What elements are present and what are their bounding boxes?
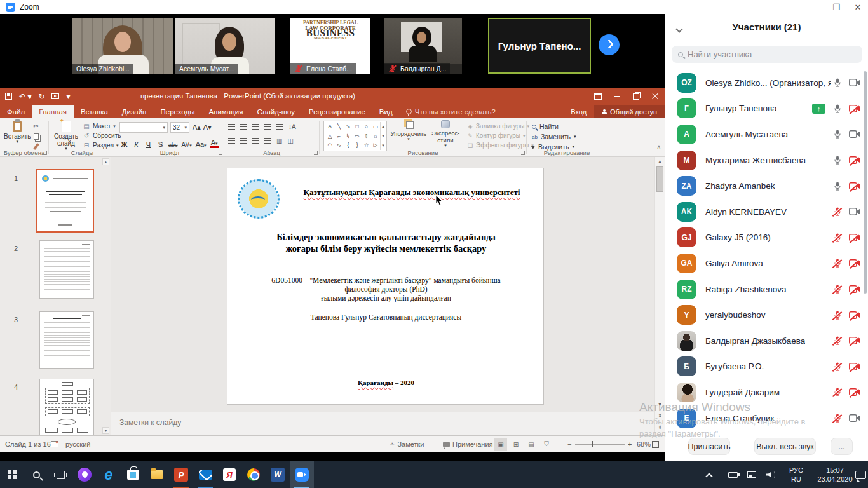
slide-thumbnail-1[interactable] — [36, 169, 94, 233]
mail-icon[interactable] — [193, 461, 217, 488]
mic-icon[interactable] — [831, 129, 844, 139]
shapes-gallery[interactable]: A╲↘□○▭ △⌐↳⇨⇩⌂ ◠∿{}☆▷ ▲▼▼ — [323, 121, 387, 151]
start-slideshow-icon[interactable] — [51, 93, 59, 99]
line-spacing-icon[interactable] — [276, 124, 283, 130]
reading-view-button[interactable]: ▤ — [525, 438, 538, 451]
camera-icon[interactable] — [848, 78, 861, 87]
clipboard-dialog-launcher[interactable] — [43, 151, 47, 155]
camera-icon[interactable] — [848, 207, 861, 216]
mic-icon[interactable] — [831, 284, 844, 294]
tab-design[interactable]: Дизайн — [115, 105, 154, 118]
participant-row[interactable]: AKAidyn KERNEBAYEV — [665, 199, 868, 225]
save-icon[interactable] — [5, 93, 12, 100]
next-videos-button[interactable] — [599, 34, 620, 55]
underline-button[interactable]: Ч — [144, 140, 153, 148]
scroll-down-icon[interactable]: ▼ — [102, 427, 109, 434]
camera-icon[interactable] — [848, 414, 861, 423]
scroll-up-icon[interactable]: ▲ — [102, 158, 109, 165]
font-name-select[interactable]: ▾ — [119, 122, 168, 133]
alice-icon[interactable] — [72, 461, 97, 488]
video-thumbnail[interactable]: Olesya Zhidkobl... — [72, 18, 173, 74]
tab-home[interactable]: Главная — [32, 105, 74, 118]
task-view-button[interactable] — [48, 461, 72, 488]
font-dialog-launcher[interactable] — [219, 151, 222, 155]
cut-icon[interactable]: ✂ — [32, 122, 40, 130]
yandex-icon[interactable]: Я — [217, 461, 241, 488]
align-right-icon[interactable] — [252, 138, 259, 144]
slide-thumbnail-4[interactable] — [39, 379, 94, 435]
file-explorer-icon[interactable] — [145, 461, 169, 488]
zoom-slider[interactable] — [575, 444, 625, 445]
camera-icon[interactable] — [848, 362, 861, 371]
panel-close-icon[interactable]: ✕ — [853, 1, 863, 13]
participant-row[interactable]: RZRabiga Zhashkenova — [665, 276, 868, 302]
mic-icon[interactable] — [831, 104, 844, 114]
video-thumbnail[interactable]: Балдырган Д... — [384, 18, 462, 74]
mic-icon[interactable] — [831, 413, 844, 423]
slideshow-view-button[interactable]: ⛉ — [540, 438, 553, 451]
participant-row[interactable]: OZOlesya Zhidko... (Организатор, я) — [665, 70, 868, 96]
store-icon[interactable] — [121, 461, 145, 488]
panel-minimize-icon[interactable]: — — [810, 1, 820, 13]
mic-icon[interactable] — [831, 207, 844, 217]
shrink-font-button[interactable]: A▾ — [203, 123, 212, 132]
participant-row[interactable]: Гулдерай Дакарим — [665, 379, 868, 405]
video-thumbnail[interactable]: Асемгуль Мусат... — [175, 18, 275, 74]
panel-scrollbar[interactable] — [864, 71, 867, 294]
participant-row[interactable]: Yyeralybudeshov — [665, 302, 868, 328]
slide-canvas[interactable]: Қазтұтынуодағы Қарағанды экономикалық ун… — [227, 168, 544, 405]
participant-row[interactable]: ZAZhadyra Amanbek — [665, 173, 868, 199]
participant-row[interactable]: GAGaliya Amirova — [665, 250, 868, 276]
invite-button[interactable]: Пригласить — [688, 438, 730, 455]
previous-slide-icon[interactable]: ⇞ — [656, 413, 664, 419]
camera-icon[interactable] — [848, 104, 861, 113]
zoom-slider-thumb[interactable] — [592, 441, 593, 447]
network-icon[interactable] — [747, 461, 756, 488]
search-participant-input[interactable]: Найти участника — [672, 46, 862, 63]
restore-button[interactable] — [627, 88, 646, 105]
text-direction-icon[interactable]: ↕A — [288, 123, 296, 130]
participant-row[interactable]: GJGalaxy J5 (2016) — [665, 225, 868, 251]
fit-to-window-icon[interactable] — [652, 436, 659, 452]
font-size-select[interactable]: 32▾ — [170, 122, 189, 133]
tab-slideshow[interactable]: Слайд-шоу — [250, 105, 302, 118]
mic-icon[interactable] — [831, 362, 844, 372]
participant-row[interactable]: ГГульнур Тапенова — [665, 96, 868, 122]
shape-effects-button[interactable]: ❑Эффекты фигуры▾ — [467, 140, 534, 150]
ribbon-display-options-button[interactable] — [588, 88, 607, 105]
slide-sorter-view-button[interactable]: ⊞ — [510, 438, 522, 451]
quick-styles-button[interactable]: Экспресс-стили — [428, 120, 463, 147]
share-button[interactable]: Общий доступ — [594, 105, 665, 118]
camera-icon[interactable] — [848, 388, 861, 396]
bold-button[interactable]: Ж — [120, 140, 128, 148]
participant-row[interactable]: ЕЕлена Ставбуник — [665, 405, 868, 431]
participant-row[interactable]: ББугубаева Р.О. — [665, 354, 868, 380]
shape-fill-button[interactable]: ◈Заливка фигуры▾ — [467, 121, 534, 131]
align-center-icon[interactable] — [240, 138, 247, 144]
tab-view[interactable]: Вид — [372, 105, 400, 118]
camera-icon[interactable] — [848, 182, 861, 191]
font-color-button[interactable]: А — [210, 139, 219, 148]
mic-icon[interactable] — [831, 387, 844, 397]
comments-toggle[interactable]: Примечания — [443, 436, 493, 452]
next-slide-icon[interactable]: ⇟ — [656, 424, 664, 430]
camera-icon[interactable] — [848, 259, 861, 268]
zoom-percentage[interactable]: 68% — [637, 436, 651, 452]
word-icon[interactable]: W — [266, 461, 290, 488]
active-speaker-thumbnail[interactable]: Гульнур Тапено... — [488, 18, 591, 74]
collapse-ribbon-icon[interactable]: ∧ — [656, 144, 661, 150]
mute-all-button[interactable]: Выкл. весь звук — [754, 438, 816, 455]
char-spacing-button[interactable]: AV — [182, 141, 192, 148]
sign-in-button[interactable]: Вход — [563, 108, 594, 116]
zoom-taskbar-icon[interactable] — [290, 461, 314, 488]
tab-insert[interactable]: Вставка — [74, 105, 115, 118]
customize-qat-icon[interactable]: ▾ — [66, 92, 70, 101]
mic-icon[interactable] — [831, 155, 844, 165]
smartart-convert-icon[interactable]: ◫ — [287, 137, 293, 144]
language-indicator[interactable]: РУСRU — [789, 466, 803, 484]
columns-icon[interactable]: ▥ — [276, 137, 282, 144]
gallery-scroll[interactable]: ▲▼▼ — [380, 122, 386, 150]
shape-outline-button[interactable]: ✎Контур фигуры▾ — [467, 131, 534, 140]
increase-indent-icon[interactable] — [264, 124, 271, 130]
zoom-in-button[interactable]: + — [628, 436, 632, 452]
